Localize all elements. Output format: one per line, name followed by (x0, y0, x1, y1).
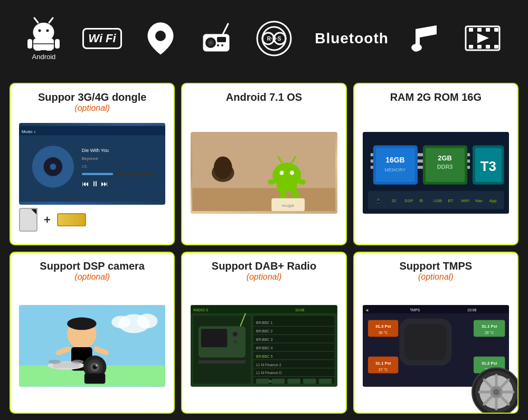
svg-text:R·D·S: R·D·S (267, 36, 281, 42)
svg-rect-5 (55, 39, 60, 49)
svg-rect-70 (371, 159, 373, 163)
svg-rect-3 (33, 39, 54, 50)
svg-rect-128 (199, 360, 246, 364)
svg-text:Nav: Nav (475, 198, 483, 203)
card-ram-title: RAM 2G ROM 16G (363, 91, 509, 103)
svg-text:App: App (489, 198, 497, 203)
card-3g4g-title: Suppor 3G/4G dongle (19, 91, 165, 103)
android-icon (26, 16, 61, 51)
svg-rect-49 (193, 188, 336, 211)
svg-rect-147 (272, 379, 285, 384)
card-dsp-image (19, 285, 165, 408)
svg-rect-56 (268, 179, 276, 185)
svg-text:31.1 Psi: 31.1 Psi (375, 361, 391, 366)
svg-text:10:08: 10:08 (295, 308, 304, 312)
svg-rect-116 (84, 374, 106, 384)
card-ram-image: 16GB MEMORY 2GB DDR3 (363, 107, 509, 239)
svg-point-115 (96, 365, 98, 367)
svg-rect-81 (420, 166, 423, 169)
svg-point-126 (234, 332, 237, 336)
dab-screen-sim: RADIO S 10:08 BR:BBC 1 (191, 305, 337, 387)
big-wheel (470, 366, 518, 414)
svg-point-101 (137, 314, 158, 329)
card-dsp-title: Support DSP camera (19, 260, 165, 272)
svg-rect-79 (420, 153, 423, 156)
sim-row: + (19, 208, 165, 232)
svg-rect-27 (469, 28, 473, 32)
svg-text:⏮ ⏸ ⏭: ⏮ ⏸ ⏭ (82, 179, 108, 188)
svg-line-9 (49, 18, 53, 23)
svg-text:MEMORY: MEMORY (384, 167, 406, 173)
svg-text:29 °C: 29 °C (485, 331, 494, 335)
android-screen-sim: nougat (191, 132, 337, 214)
svg-text:BR:BBC 3: BR:BBC 3 (256, 338, 273, 341)
svg-rect-73 (418, 159, 420, 163)
rds-icon: R·D·S (255, 20, 293, 58)
svg-point-17 (217, 44, 219, 46)
video-icon-item (464, 21, 502, 55)
sim-card (19, 208, 37, 232)
top-bar: Android Wi Fi (0, 0, 528, 77)
svg-rect-80 (420, 159, 423, 163)
music-screen-sim: Music ♪ Die With You Beyoncé 1/5 ⏮ (19, 123, 165, 205)
svg-text:WiFi: WiFi (461, 198, 469, 203)
card-android-image: nougat (191, 107, 337, 239)
dsp-screen-sim (19, 305, 165, 387)
svg-rect-150 (319, 379, 332, 384)
svg-point-117 (67, 318, 96, 330)
card-android: Android 7.1 OS (181, 83, 346, 245)
svg-text:T3: T3 (480, 159, 496, 174)
features-grid: Suppor 3G/4G dongle (optional) Music ♪ (0, 77, 528, 420)
svg-text:BR:BBC 2: BR:BBC 2 (256, 329, 273, 333)
svg-point-127 (234, 340, 237, 343)
radio-icon-item (199, 21, 233, 55)
svg-point-2 (46, 29, 49, 32)
svg-text:nougat: nougat (282, 203, 295, 208)
svg-rect-84 (467, 166, 470, 169)
svg-text:31.3 Psi: 31.3 Psi (375, 324, 391, 329)
svg-point-18 (221, 44, 223, 46)
svg-point-109 (48, 360, 61, 364)
svg-rect-34 (494, 45, 498, 49)
svg-text:RADIO S: RADIO S (193, 308, 209, 312)
card-3g4g-subtitle: (optional) (74, 103, 110, 113)
svg-rect-71 (371, 166, 373, 169)
svg-point-41 (50, 164, 56, 170)
svg-rect-31 (469, 45, 473, 49)
svg-rect-33 (486, 45, 490, 49)
svg-text:Music ♪: Music ♪ (22, 129, 36, 134)
svg-rect-72 (418, 153, 420, 156)
svg-text:BR:BBC 1: BR:BBC 1 (256, 321, 273, 325)
svg-point-174 (493, 389, 499, 395)
svg-text:16GB: 16GB (385, 156, 404, 164)
svg-rect-152 (363, 306, 509, 313)
svg-point-51 (214, 156, 232, 179)
svg-text:TMPS: TMPS (410, 308, 420, 312)
svg-rect-83 (467, 159, 470, 163)
svg-text:📱: 📱 (375, 198, 381, 203)
svg-rect-32 (477, 45, 482, 49)
svg-rect-69 (371, 153, 373, 156)
svg-marker-35 (477, 33, 489, 43)
svg-text:⚙: ⚙ (419, 198, 423, 203)
svg-rect-119 (191, 306, 337, 313)
svg-rect-15 (217, 37, 226, 42)
svg-rect-28 (477, 28, 482, 32)
card-ram: RAM 2G ROM 16G 16GB MEMORY (353, 83, 518, 245)
svg-rect-4 (27, 39, 32, 49)
ram-screen-sim: 16GB MEMORY 2GB DDR3 (363, 132, 509, 214)
card-tmps-subtitle: (optional) (418, 272, 454, 282)
card-dab-image: RADIO S 10:08 BR:BBC 1 (191, 285, 337, 408)
svg-point-1 (39, 29, 41, 32)
svg-line-8 (34, 18, 38, 23)
svg-text:11 M Finance D: 11 M Finance D (256, 371, 282, 375)
svg-text:Die With You: Die With You (82, 148, 109, 153)
card-android-title: Android 7.1 OS (191, 91, 337, 103)
svg-text:2GB: 2GB (438, 154, 451, 162)
svg-rect-66 (375, 148, 414, 182)
svg-rect-157 (404, 324, 446, 360)
usb-dongle (57, 213, 86, 226)
card-dab: Support DAB+ Radio (optional) RADIO S 10… (181, 252, 346, 414)
svg-point-25 (411, 44, 422, 51)
plus-sign: + (44, 213, 51, 227)
